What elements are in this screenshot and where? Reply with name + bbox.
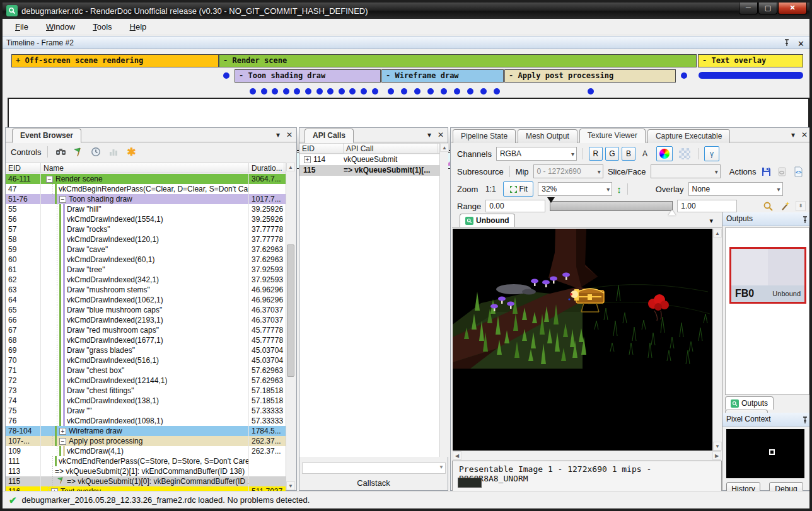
stats-icon[interactable] xyxy=(107,146,120,158)
draw-dot-icon[interactable] xyxy=(223,72,229,79)
event-row[interactable]: 65Draw "blue mushroom caps"46.37037 xyxy=(6,305,286,315)
autofit-wand-icon[interactable] xyxy=(779,200,791,212)
pin-icon[interactable] xyxy=(802,215,808,228)
range-black-handle[interactable] xyxy=(547,197,555,203)
draw-dot-icon[interactable] xyxy=(327,88,334,95)
close-icon[interactable]: ✕ xyxy=(801,130,808,139)
event-row[interactable]: 72vkCmdDrawIndexed(12144,1)57.62963 xyxy=(6,376,286,386)
event-row[interactable]: 55Draw "hill"39.25926 xyxy=(6,204,286,214)
draw-dot-icon[interactable] xyxy=(339,88,345,95)
channels-select[interactable]: RGBA xyxy=(496,147,577,161)
event-row[interactable]: 60vkCmdDrawIndexed(60,1)37.62963 xyxy=(6,255,286,265)
chevron-down-icon[interactable]: ▾ xyxy=(709,217,713,225)
event-row[interactable]: 64vkCmdDrawIndexed(1062,1)46.96296 xyxy=(6,295,286,305)
event-row[interactable]: 68vkCmdDrawIndexed(1677,1)45.77778 xyxy=(6,335,286,345)
timeline-marker[interactable]: - Toon shading draw xyxy=(235,69,381,83)
event-row[interactable]: 59Draw "cave"37.62963 xyxy=(6,244,286,255)
mip-select[interactable]: 0 - 1272x690 xyxy=(533,164,603,178)
clock-icon[interactable] xyxy=(90,146,102,158)
draw-dot-icon[interactable] xyxy=(454,88,460,95)
event-row[interactable]: 58vkCmdDrawIndexed(120,1)37.77778 xyxy=(6,234,286,244)
draw-dot-icon[interactable] xyxy=(494,88,500,95)
menu-tools[interactable]: Tools xyxy=(93,22,112,32)
event-row[interactable]: 61Draw "tree"37.92593 xyxy=(6,265,286,275)
callstack-list[interactable]: ▼ xyxy=(302,462,446,474)
flag-icon[interactable] xyxy=(72,146,84,158)
event-row[interactable]: 109vkCmdDraw(4,1)262.37... xyxy=(6,446,286,456)
zoom-range-icon[interactable] xyxy=(762,200,774,212)
column-header[interactable]: Name xyxy=(41,163,249,173)
pin-icon[interactable] xyxy=(784,38,790,50)
event-row[interactable]: 63Draw "mushroom stems"46.96296 xyxy=(6,285,286,295)
tab-mesh-output[interactable]: Mesh Output xyxy=(518,129,577,143)
event-row[interactable]: 51-76−Toon shading draw1017.7... xyxy=(6,194,286,204)
texture-hscrollbar[interactable]: ◀ ▶ xyxy=(453,451,721,459)
timeline-marker[interactable]: + Off-screen scene rendering xyxy=(11,54,219,67)
draw-dot-icon[interactable] xyxy=(441,88,447,95)
column-header[interactable]: EID xyxy=(6,163,41,173)
timeline-marker[interactable]: - Text overlay xyxy=(698,54,803,67)
channel-a-button[interactable]: A xyxy=(638,147,652,161)
expand-icon[interactable]: + xyxy=(59,428,66,435)
close-icon[interactable]: ✕ xyxy=(438,130,444,139)
event-row[interactable]: 71Draw "chest box"57.62963 xyxy=(6,365,286,376)
draw-dot-icon[interactable] xyxy=(414,88,420,95)
channel-r-button[interactable]: R xyxy=(589,147,603,161)
event-row[interactable]: 57Draw "rocks"37.77778 xyxy=(6,224,286,234)
tab-event-browser[interactable]: Event Browser xyxy=(12,129,81,143)
zoom-1to1-button[interactable]: 1:1 xyxy=(482,182,499,196)
save-icon[interactable] xyxy=(761,166,773,177)
close-icon[interactable]: ✕ xyxy=(286,130,293,139)
api-calls-vscrollbar[interactable]: ▲ xyxy=(439,143,448,457)
event-row[interactable]: 78-104+Wireframe draw1784.5... xyxy=(6,426,286,436)
chevron-down-icon[interactable]: ▾ xyxy=(791,130,795,139)
draw-dot-icon[interactable] xyxy=(305,88,311,95)
column-header[interactable]: API Call xyxy=(344,144,438,153)
event-row[interactable]: 107-...−Apply post processing262.37... xyxy=(6,436,286,446)
draw-dot-icon[interactable] xyxy=(372,88,378,95)
tab-pipeline-state[interactable]: Pipeline State xyxy=(453,129,516,143)
tab-texture-unbound[interactable]: Unbound xyxy=(460,214,515,227)
expand-icon[interactable]: + xyxy=(304,156,311,163)
draw-dot-icon[interactable] xyxy=(283,88,289,95)
pin-icon[interactable] xyxy=(802,415,808,428)
event-row[interactable]: 76vkCmdDrawIndexed(1098,1)57.33333 xyxy=(6,416,286,426)
event-row[interactable]: 74vkCmdDrawIndexed(138,1)57.18518 xyxy=(6,396,286,406)
draw-dot-icon[interactable] xyxy=(250,88,256,95)
event-row[interactable]: 62vkCmdDrawIndexed(342,1)37.92593 xyxy=(6,275,286,285)
draw-dot-icon[interactable] xyxy=(349,88,356,95)
texture-image[interactable] xyxy=(453,229,712,451)
event-row[interactable]: 67Draw "red mushroom caps"45.77778 xyxy=(6,325,286,335)
timeline-marker[interactable]: - Render scene xyxy=(219,54,697,67)
draw-dot-icon[interactable] xyxy=(467,88,473,95)
timeline-marker[interactable]: - Apply post processing xyxy=(504,69,676,83)
event-row[interactable]: 115=> vkQueueSubmit(1)[0]: vkBeginComman… xyxy=(6,476,286,486)
event-row[interactable]: 46-111−Render scene3064.7... xyxy=(6,174,286,184)
column-header[interactable]: EID xyxy=(299,144,344,153)
event-row[interactable]: 69Draw "grass blades"45.03704 xyxy=(6,345,286,355)
tab-texture-viewer[interactable]: Texture Viewer xyxy=(579,129,646,143)
bookmark-icon[interactable]: ✱ xyxy=(125,146,137,158)
tab-outputs[interactable]: Outputs xyxy=(725,396,774,410)
event-row[interactable]: 113=> vkQueueSubmit(2)[1]: vkEndCommandB… xyxy=(6,466,286,476)
minimize-button[interactable]: ─ xyxy=(739,3,758,14)
draw-dot-icon[interactable] xyxy=(272,88,278,95)
tab-api-calls[interactable]: API Calls xyxy=(304,129,354,143)
range-max-input[interactable]: 1.00 xyxy=(677,200,737,212)
find-icon[interactable] xyxy=(54,146,67,158)
slice-face-select[interactable] xyxy=(651,164,721,178)
column-header[interactable]: Duratio... xyxy=(249,163,284,173)
draw-dot-icon[interactable] xyxy=(401,88,407,95)
menu-help[interactable]: Help xyxy=(130,22,147,32)
api-calls-columns[interactable]: EIDAPI Call xyxy=(299,143,439,154)
event-browser-vscrollbar[interactable]: ▲ ▼ xyxy=(286,163,294,490)
channel-b-button[interactable]: B xyxy=(622,147,635,161)
event-row[interactable]: 56vkCmdDrawIndexed(1554,1)39.25926 xyxy=(6,214,286,224)
draw-dot-icon[interactable] xyxy=(681,72,687,79)
tab-capture-executable[interactable]: Capture Executable xyxy=(647,129,730,143)
close-button[interactable]: ✕ xyxy=(778,3,807,14)
output-thumbnail-fb0[interactable]: FB0 Unbound xyxy=(729,247,806,304)
maximize-button[interactable]: ▢ xyxy=(758,3,777,14)
event-row[interactable]: 47vkCmdBeginRenderPass(C=Clear, D=Clear,… xyxy=(6,184,286,194)
draw-dot-icon[interactable] xyxy=(316,88,323,95)
